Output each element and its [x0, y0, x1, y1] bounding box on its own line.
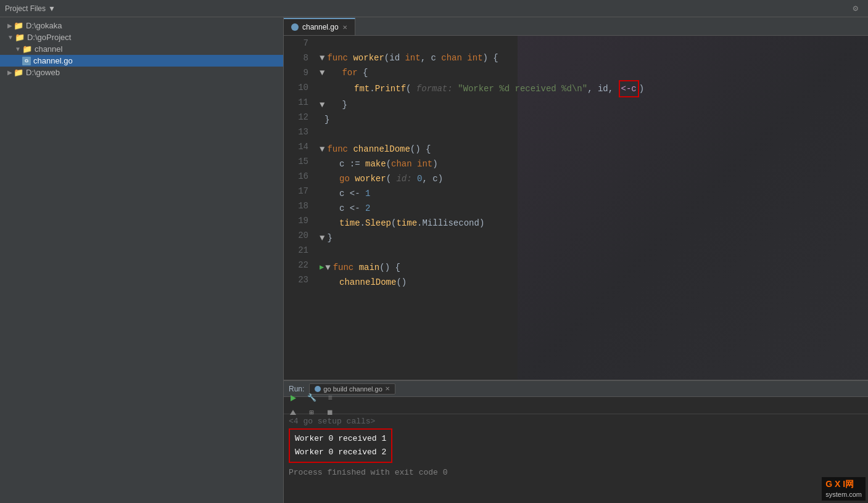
- code-line-11: ▼}: [320, 97, 868, 112]
- main-area: ▶ 📁 D:\gokaka ▼ 📁 D:\goProject ▼ 📁 chann…: [0, 17, 868, 503]
- sidebar-label-channel-go: channel.go: [33, 56, 73, 65]
- tab-close-button[interactable]: ✕: [342, 24, 347, 31]
- process-finished-text: Process finished with exit code 0: [289, 468, 447, 477]
- sidebar-label-goproject: D:\goProject: [27, 33, 72, 42]
- settings-icon[interactable]: ⚙: [853, 3, 858, 14]
- project-files-title[interactable]: Project Files ▼: [5, 4, 56, 13]
- code-line-13: [320, 127, 868, 142]
- sidebar-item-channel[interactable]: ▼ 📁 channel: [0, 43, 283, 55]
- code-line-21: [320, 245, 868, 260]
- sidebar-item-gokaka[interactable]: ▶ 📁 D:\gokaka: [0, 20, 283, 31]
- sidebar-label-goweb: D:\goweb: [26, 68, 60, 77]
- code-line-8: ▼func worker(id int, c chan int) {: [320, 51, 868, 65]
- top-bar: Project Files ▼ ⚙: [0, 0, 868, 17]
- folder-icon-goproject: 📁: [15, 33, 25, 42]
- code-line-7: [320, 36, 868, 51]
- collapse-arrow-goweb: ▶: [7, 69, 12, 76]
- run-tab-close[interactable]: ✕: [385, 385, 390, 392]
- code-line-19: time.Sleep(time.Millisecond): [320, 216, 868, 231]
- output-line-1: Worker 0 received 1: [295, 432, 386, 446]
- output-text-1: Worker 0 received 1: [295, 434, 386, 443]
- output-process-finished: Process finished with exit code 0: [289, 468, 863, 477]
- output-line-2: Worker 0 received 2: [295, 446, 386, 459]
- sidebar-item-channel-go[interactable]: G channel.go: [0, 55, 283, 67]
- code-line-12: }: [320, 112, 868, 127]
- sidebar-label-gokaka: D:\gokaka: [26, 21, 62, 30]
- sidebar-label-channel: channel: [35, 44, 63, 54]
- code-line-20: ▼}: [320, 231, 868, 245]
- collapse-arrow-channel: ▼: [15, 46, 21, 52]
- run-tab-build[interactable]: go build channel.go ✕: [309, 383, 395, 395]
- run-wrench-button[interactable]: 🔧: [305, 391, 318, 405]
- code-lines: ▼func worker(id int, c chan int) { ▼for …: [315, 36, 868, 380]
- collapse-arrow-goproject: ▼: [7, 34, 14, 41]
- sidebar-tree: ▶ 📁 D:\gokaka ▼ 📁 D:\goProject ▼ 📁 chann…: [0, 17, 283, 503]
- code-line-9: ▼for {: [320, 65, 868, 80]
- sidebar-item-goweb[interactable]: ▶ 📁 D:\goweb: [0, 67, 283, 78]
- run-toolbar: 🔧 ⊞ ≡ ⏹: [284, 397, 868, 414]
- code-editor[interactable]: 7 8 9 10 11 12 13 14 15 16 17 18 19 20 2…: [284, 36, 868, 380]
- editor-tab-channel-go[interactable]: channel.go ✕: [284, 18, 355, 35]
- output-box: Worker 0 received 1 Worker 0 received 2: [289, 428, 392, 463]
- code-line-10: fmt.Printf( format: "Worker %d received …: [320, 80, 868, 97]
- run-tab-bar: Run: go build channel.go ✕: [284, 381, 868, 397]
- watermark-logo: G X I网: [825, 479, 854, 489]
- code-line-22: ▶ ▼func main() {: [320, 260, 868, 275]
- code-line-14: ▼func channelDome() {: [320, 142, 868, 157]
- run-output: <4 go setup calls> Worker 0 received 1 W…: [284, 414, 868, 503]
- run-play-button[interactable]: [286, 391, 300, 405]
- code-line-23: channelDome(): [320, 275, 868, 290]
- svg-marker-0: [291, 395, 296, 401]
- code-content: 7 8 9 10 11 12 13 14 15 16 17 18 19 20 2…: [284, 36, 868, 380]
- line-numbers: 7 8 9 10 11 12 13 14 15 16 17 18 19 20 2…: [284, 36, 315, 380]
- project-files-label: Project Files: [5, 4, 46, 13]
- setup-calls-text: <4 go setup calls>: [289, 417, 375, 426]
- project-files-arrow: ▼: [48, 4, 56, 13]
- code-line-18: c <- 2: [320, 201, 868, 216]
- output-text-2: Worker 0 received 2: [295, 448, 386, 457]
- sidebar-item-goproject[interactable]: ▼ 📁 D:\goProject: [0, 31, 283, 43]
- watermark-domain: system.com: [825, 491, 862, 498]
- folder-icon-gokaka: 📁: [14, 21, 23, 30]
- run-scroll-button[interactable]: ≡: [323, 391, 337, 405]
- output-setup: <4 go setup calls>: [289, 417, 863, 426]
- watermark: G X I网 system.com: [822, 477, 866, 501]
- code-line-15: c := make(chan int): [320, 157, 868, 171]
- file-icon-channel-go: G: [22, 57, 31, 65]
- folder-icon-goweb: 📁: [14, 68, 23, 77]
- bottom-panel: Run: go build channel.go ✕: [284, 380, 868, 503]
- collapse-arrow-gokaka: ▶: [7, 22, 12, 29]
- sidebar: ▶ 📁 D:\gokaka ▼ 📁 D:\goProject ▼ 📁 chann…: [0, 17, 284, 503]
- folder-icon-channel: 📁: [22, 44, 32, 54]
- editor-area: channel.go ✕ 7 8 9 10 11 12 13 14 15: [284, 17, 868, 503]
- code-line-16: go worker( id: 0, c): [320, 171, 868, 186]
- code-line-17: c <- 1: [320, 186, 868, 201]
- editor-tab-bar: channel.go ✕: [284, 17, 868, 36]
- tab-label: channel.go: [302, 23, 339, 31]
- go-file-icon: [291, 23, 299, 31]
